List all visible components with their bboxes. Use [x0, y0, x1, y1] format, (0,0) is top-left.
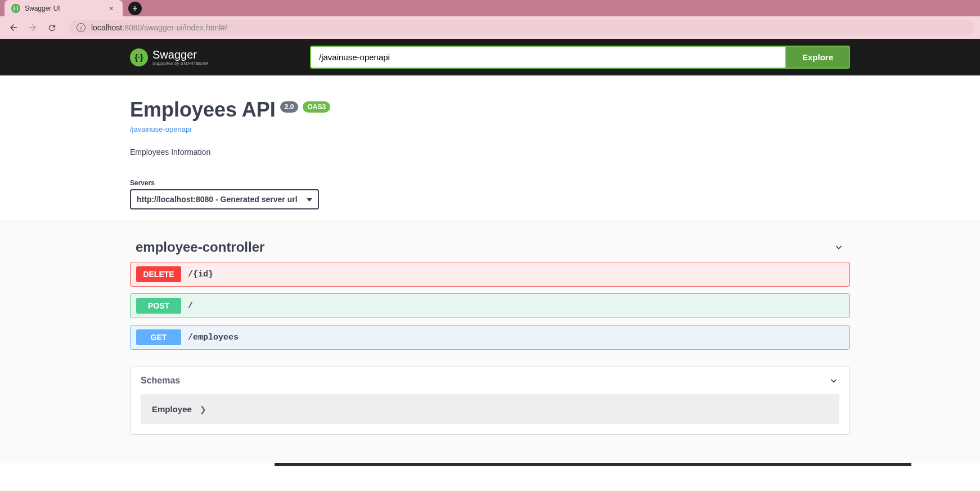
spec-form: Explore: [310, 46, 850, 69]
servers-label: Servers: [130, 179, 850, 187]
method-badge: POST: [136, 298, 181, 314]
tab-title: Swagger UI: [25, 5, 107, 12]
operation-path: /employees: [188, 333, 239, 342]
chevron-down-icon: [828, 375, 839, 386]
schemas-title: Schemas: [141, 376, 180, 386]
spec-url-input[interactable]: [310, 46, 785, 69]
servers-section: Servers http://localhost:8080 - Generate…: [0, 179, 980, 221]
chevron-right-icon: ❯: [200, 405, 206, 414]
schemas-header[interactable]: Schemas: [131, 367, 849, 394]
swagger-topbar: {·} Swagger Supported by SMARTBEAR Explo…: [0, 39, 980, 75]
operations-section: employee-controller DELETE /{id} POST / …: [0, 221, 980, 463]
api-description: Employees Information: [130, 148, 850, 157]
tag-name: employee-controller: [136, 239, 264, 255]
spec-link[interactable]: /javainuse-openapi: [130, 125, 191, 133]
browser-tab[interactable]: {·} Swagger UI ×: [5, 0, 123, 16]
content: Employees API 2.0 OAS3 /javainuse-openap…: [0, 75, 980, 463]
forward-button[interactable]: [25, 20, 41, 35]
operation-post[interactable]: POST /: [130, 293, 850, 318]
server-select[interactable]: http://localhost:8080 - Generated server…: [130, 189, 319, 209]
swagger-logo-icon: {·}: [130, 48, 148, 66]
api-title: Employees API: [130, 98, 276, 122]
reload-button[interactable]: [44, 20, 60, 35]
swagger-logo[interactable]: {·} Swagger Supported by SMARTBEAR: [130, 48, 208, 66]
method-badge: DELETE: [136, 266, 181, 282]
operation-path: /: [188, 301, 193, 311]
tag-header[interactable]: employee-controller: [130, 233, 850, 262]
back-button[interactable]: [6, 20, 21, 35]
browser-chrome: {·} Swagger UI × + i localhost:8080/swag…: [0, 0, 980, 39]
url-bar[interactable]: i localhost:8080/swagger-ui/index.html#/: [69, 20, 974, 35]
arrow-left-icon: [8, 23, 19, 33]
new-tab-button[interactable]: +: [128, 2, 142, 15]
oas-badge: OAS3: [303, 101, 330, 113]
swagger-favicon-icon: {·}: [11, 4, 20, 13]
method-badge: GET: [136, 329, 181, 345]
operation-get[interactable]: GET /employees: [130, 325, 850, 350]
nav-bar: i localhost:8080/swagger-ui/index.html#/: [0, 16, 980, 39]
schema-item[interactable]: Employee ❯: [141, 394, 839, 424]
operation-delete[interactable]: DELETE /{id}: [130, 262, 850, 287]
schemas-section: Schemas Employee ❯: [130, 367, 850, 435]
explore-button[interactable]: Explore: [785, 46, 850, 69]
chevron-down-icon: [833, 242, 844, 253]
taskbar-fragment: [275, 463, 911, 466]
version-badge: 2.0: [280, 101, 299, 113]
site-info-icon[interactable]: i: [77, 23, 86, 32]
operation-path: /{id}: [188, 270, 213, 279]
close-tab-icon[interactable]: ×: [107, 4, 116, 13]
info-section: Employees API 2.0 OAS3 /javainuse-openap…: [0, 75, 980, 179]
schema-name: Employee: [152, 404, 192, 414]
reload-icon: [47, 23, 57, 33]
arrow-right-icon: [28, 23, 38, 33]
url-host: localhost:8080/swagger-ui/index.html#/: [91, 23, 227, 32]
logo-subtext: Supported by SMARTBEAR: [152, 61, 208, 66]
tab-bar: {·} Swagger UI × +: [0, 0, 980, 16]
logo-text: Swagger: [152, 49, 208, 60]
